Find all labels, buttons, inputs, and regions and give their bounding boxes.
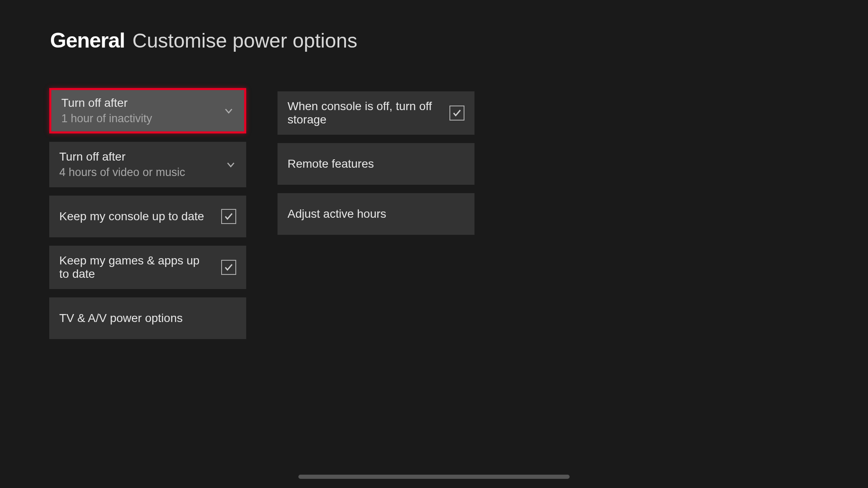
option-text: Turn off after 1 hour of inactivity (61, 96, 218, 125)
turn-off-storage-toggle[interactable]: When console is off, turn off storage (278, 91, 474, 135)
chevron-down-icon (223, 106, 234, 116)
option-text: Turn off after 4 hours of video or music (59, 150, 220, 179)
option-label: Turn off after (59, 150, 220, 164)
options-grid: Turn off after 1 hour of inactivity Turn… (0, 53, 868, 339)
checkbox-checked-icon (221, 260, 236, 275)
option-label: Remote features (288, 157, 374, 171)
turn-off-media-dropdown[interactable]: Turn off after 4 hours of video or music (49, 142, 246, 187)
option-label: Turn off after (61, 96, 218, 110)
option-label: When console is off, turn off storage (288, 100, 446, 126)
option-label: Keep my games & apps up to date (59, 254, 209, 281)
header-title: Customise power options (132, 29, 357, 52)
home-indicator (298, 475, 570, 479)
page-header: General Customise power options (0, 0, 868, 53)
header-category: General (50, 28, 125, 53)
option-label: Adjust active hours (288, 207, 386, 221)
remote-features-button[interactable]: Remote features (278, 143, 474, 185)
chevron-down-icon (225, 159, 236, 170)
option-value: 1 hour of inactivity (61, 112, 218, 125)
option-label: Keep my console up to date (59, 210, 204, 223)
adjust-active-hours-button[interactable]: Adjust active hours (278, 193, 474, 235)
checkbox-checked-icon (221, 209, 236, 224)
option-value: 4 hours of video or music (59, 166, 220, 179)
left-column: Turn off after 1 hour of inactivity Turn… (49, 88, 246, 339)
turn-off-inactivity-dropdown[interactable]: Turn off after 1 hour of inactivity (49, 88, 246, 133)
keep-console-updated-toggle[interactable]: Keep my console up to date (49, 196, 246, 237)
right-column: When console is off, turn off storage Re… (278, 88, 474, 339)
keep-games-updated-toggle[interactable]: Keep my games & apps up to date (49, 246, 246, 289)
checkbox-checked-icon (449, 106, 464, 121)
option-label: TV & A/V power options (59, 312, 183, 325)
tv-av-power-button[interactable]: TV & A/V power options (49, 297, 246, 339)
